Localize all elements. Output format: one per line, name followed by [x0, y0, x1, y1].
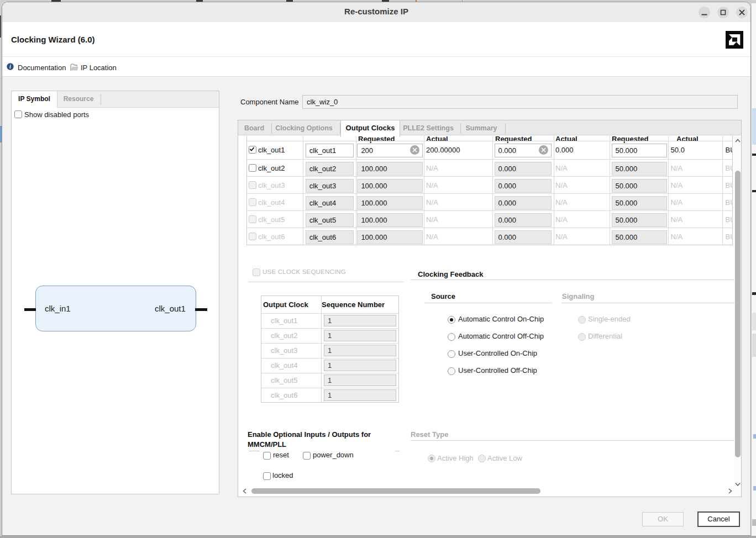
- svg-text:i: i: [9, 64, 11, 70]
